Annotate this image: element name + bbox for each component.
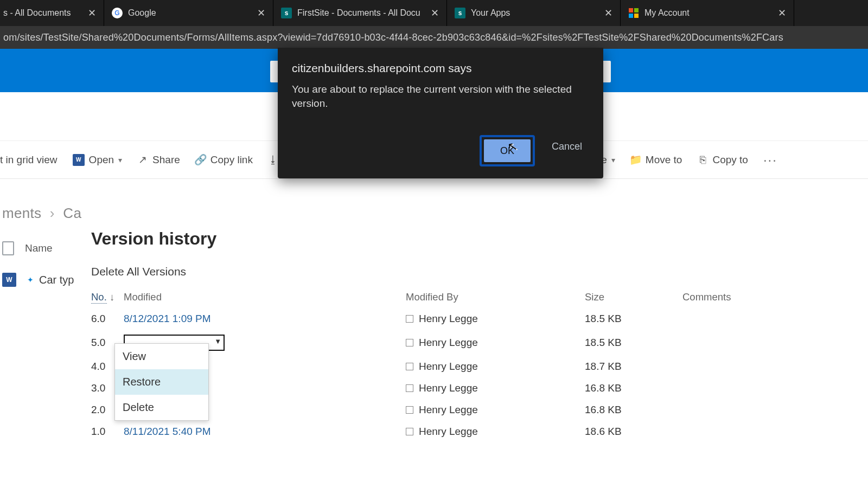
- version-number: 6.0: [91, 313, 124, 325]
- word-icon: W: [73, 154, 85, 166]
- ok-button-highlight: OK: [480, 135, 535, 166]
- close-icon[interactable]: ✕: [778, 7, 786, 19]
- browser-tab[interactable]: s FirstSite - Documents - All Docu ✕: [273, 0, 447, 26]
- file-type-icon: [2, 241, 14, 255]
- presence-icon: [406, 315, 413, 323]
- browser-tab-strip: s - All Documents ✕ G Google ✕ s FirstSi…: [0, 0, 868, 26]
- version-modified-link[interactable]: 8/11/2021 5:40 PM: [124, 426, 406, 438]
- chevron-right-icon: ›: [50, 205, 55, 221]
- microsoft-icon: [628, 8, 639, 18]
- google-icon: G: [112, 8, 123, 18]
- version-context-menu: View Restore Delete: [114, 343, 209, 421]
- version-modified-link[interactable]: 8/12/2021 1:09 PM: [124, 313, 406, 325]
- menu-item-restore[interactable]: Restore: [115, 369, 208, 395]
- table-row[interactable]: 6.0 8/12/2021 1:09 PM Henry Legge 18.5 K…: [91, 308, 852, 330]
- tab-title: My Account: [644, 8, 690, 18]
- moveto-icon: 📁: [630, 155, 641, 165]
- column-header-modified-by[interactable]: Modified By: [406, 291, 585, 304]
- close-icon[interactable]: ✕: [257, 7, 265, 19]
- more-actions-button[interactable]: ···: [763, 152, 777, 168]
- ok-button[interactable]: OK: [484, 139, 531, 162]
- menu-item-delete[interactable]: Delete: [115, 395, 208, 420]
- word-icon: W: [2, 273, 16, 287]
- edit-grid-label: t in grid view: [0, 154, 58, 166]
- close-icon[interactable]: ✕: [88, 7, 96, 19]
- version-size: 18.5 KB: [585, 337, 682, 349]
- file-name: Car typ: [39, 274, 74, 286]
- modified-by: Henry Legge: [419, 426, 478, 438]
- edit-grid-button[interactable]: t in grid view: [0, 154, 58, 166]
- address-bar[interactable]: om/sites/TestSite/Shared%20Documents/For…: [0, 26, 868, 49]
- version-size: 18.5 KB: [585, 313, 682, 325]
- copyto-icon: ⎘: [697, 155, 708, 165]
- move-to-button[interactable]: 📁 Move to: [630, 154, 682, 166]
- table-row[interactable]: 1.0 8/11/2021 5:40 PM Henry Legge 18.6 K…: [91, 421, 852, 442]
- column-header-no[interactable]: No.: [91, 291, 107, 304]
- chevron-down-icon: ▾: [611, 156, 615, 164]
- dialog-message: You are about to replace the current ver…: [292, 82, 589, 110]
- version-number: 1.0: [91, 426, 124, 438]
- copy-link-label: Copy link: [210, 154, 253, 166]
- copy-link-button[interactable]: 🔗 Copy link: [195, 154, 253, 166]
- cancel-button[interactable]: Cancel: [545, 135, 589, 158]
- new-indicator-icon: ✦: [27, 275, 34, 284]
- browser-tab[interactable]: G Google ✕: [104, 0, 273, 26]
- browser-tab[interactable]: s Your Apps ✕: [447, 0, 621, 26]
- close-icon[interactable]: ✕: [604, 7, 612, 19]
- tab-title: FirstSite - Documents - All Docu: [297, 8, 420, 18]
- open-label: Open: [89, 154, 114, 166]
- link-icon: 🔗: [195, 155, 206, 165]
- copy-to-button[interactable]: ⎘ Copy to: [697, 154, 748, 166]
- download-icon: ⭳: [268, 155, 279, 165]
- address-text: om/sites/TestSite/Shared%20Documents/For…: [3, 32, 783, 43]
- column-header-name[interactable]: Name: [25, 242, 53, 254]
- column-header-modified[interactable]: Modified: [124, 291, 406, 304]
- browser-tab[interactable]: s - All Documents ✕: [0, 0, 104, 26]
- modified-by: Henry Legge: [419, 361, 478, 373]
- close-icon[interactable]: ✕: [431, 7, 439, 19]
- version-size: 18.7 KB: [585, 361, 682, 373]
- sort-desc-icon: ↓: [110, 291, 114, 303]
- moveto-label: Move to: [646, 154, 682, 166]
- share-button[interactable]: ↗ Share: [137, 154, 180, 166]
- column-header-comments[interactable]: Comments: [682, 291, 852, 304]
- browser-tab[interactable]: My Account ✕: [621, 0, 794, 26]
- modified-by: Henry Legge: [419, 404, 478, 416]
- sharepoint-icon: s: [455, 8, 465, 18]
- breadcrumb-item[interactable]: ments: [2, 205, 41, 221]
- presence-icon: [406, 363, 413, 370]
- presence-icon: [406, 406, 413, 414]
- version-size: 16.8 KB: [585, 382, 682, 394]
- chevron-down-icon: ▾: [118, 156, 122, 164]
- dialog-origin: citizenbuilders.sharepoint.com says: [292, 62, 589, 75]
- menu-item-view[interactable]: View: [115, 344, 208, 369]
- modified-by: Henry Legge: [419, 313, 478, 325]
- column-header-size[interactable]: Size: [585, 291, 682, 304]
- open-button[interactable]: W Open ▾: [73, 154, 122, 166]
- share-label: Share: [152, 154, 180, 166]
- version-size: 18.6 KB: [585, 426, 682, 438]
- version-size: 16.8 KB: [585, 404, 682, 416]
- delete-all-versions-link[interactable]: Delete All Versions: [91, 265, 852, 278]
- presence-icon: [406, 339, 413, 346]
- javascript-confirm-dialog: citizenbuilders.sharepoint.com says You …: [278, 48, 603, 178]
- modified-by: Henry Legge: [419, 382, 478, 394]
- tab-title: Google: [128, 8, 156, 18]
- presence-icon: [406, 384, 413, 392]
- tab-title: Your Apps: [471, 8, 510, 18]
- modified-by: Henry Legge: [419, 337, 478, 349]
- presence-icon: [406, 428, 413, 435]
- share-icon: ↗: [137, 155, 148, 165]
- sharepoint-icon: s: [281, 8, 292, 18]
- panel-title: Version history: [91, 229, 852, 249]
- tab-title: s - All Documents: [3, 8, 71, 18]
- copyto-label: Copy to: [712, 154, 748, 166]
- table-header-row: No. ↓ Modified Modified By Size Comments: [91, 291, 852, 308]
- chevron-down-icon: ▼: [214, 337, 221, 345]
